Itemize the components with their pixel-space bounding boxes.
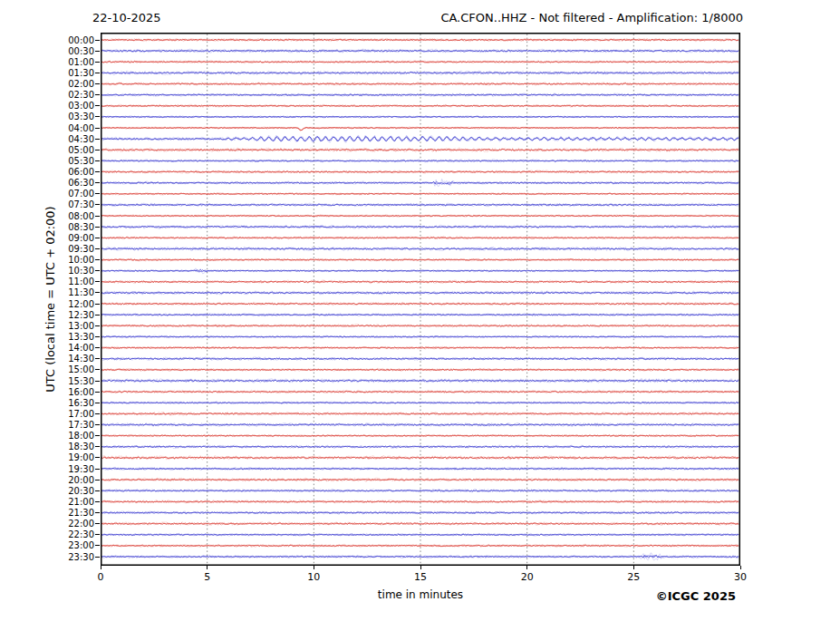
y-axis-tick [95, 315, 100, 316]
y-axis-tick [95, 116, 100, 117]
y-axis-tick [95, 193, 100, 194]
y-axis-label: 17:30 [0, 420, 94, 430]
y-axis-label: 10:00 [0, 255, 94, 265]
y-axis-tick [95, 238, 100, 238]
y-axis-label: 02:00 [0, 79, 94, 89]
trace-canvas [101, 33, 740, 566]
copyright: ©ICGC 2025 [656, 589, 736, 603]
y-axis-tick [95, 40, 100, 41]
x-axis-tick [420, 566, 421, 569]
trace-path [101, 128, 739, 131]
y-axis-label: 18:00 [0, 431, 94, 441]
y-axis-tick [95, 392, 100, 393]
y-axis-label: 22:00 [0, 519, 94, 529]
x-axis-tick-label: 30 [722, 571, 758, 583]
y-axis-tick [95, 403, 100, 403]
date-title: 22-10-2025 [92, 11, 161, 24]
x-axis-tick-label: 20 [509, 571, 546, 583]
trace-row [101, 280, 739, 284]
y-axis-tick [95, 281, 100, 282]
x-axis-tick-label: 5 [189, 571, 226, 583]
y-axis-label: 21:00 [0, 497, 94, 507]
y-axis-tick [95, 347, 100, 348]
trace-row [101, 148, 739, 152]
trace-row [101, 412, 739, 415]
y-axis-tick [95, 469, 100, 470]
x-axis-tick-label: 0 [82, 571, 119, 583]
x-axis-tick-label: 15 [402, 571, 439, 583]
y-axis-label: 17:00 [0, 409, 94, 419]
y-axis-label: 12:00 [0, 299, 94, 309]
y-axis-label: 10:30 [0, 266, 94, 276]
y-axis-label: 15:30 [0, 376, 94, 386]
trace-row [101, 170, 739, 174]
trace-row [101, 302, 739, 306]
y-axis-label: 18:30 [0, 442, 94, 451]
y-axis-label: 12:30 [0, 310, 94, 320]
y-axis-tick [95, 227, 100, 228]
y-axis-label: 03:00 [0, 101, 94, 111]
y-axis-label: 20:00 [0, 475, 94, 485]
trace-row [101, 61, 739, 63]
trace-row [101, 49, 739, 53]
y-axis-label: 03:30 [0, 112, 94, 121]
y-axis-label: 20:30 [0, 486, 94, 496]
y-axis-label: 13:00 [0, 321, 94, 331]
trace-row [101, 390, 739, 393]
y-axis-tick [95, 105, 100, 106]
y-axis-tick [95, 545, 100, 546]
y-axis-tick [95, 435, 100, 436]
y-axis-tick [95, 160, 100, 161]
y-axis-tick [95, 248, 100, 249]
trace-row [101, 402, 739, 404]
y-axis-label: 11:30 [0, 287, 94, 297]
x-axis-tick [101, 566, 101, 569]
y-axis-tick [95, 83, 100, 84]
y-axis-tick [95, 381, 100, 382]
y-axis-tick [95, 292, 100, 293]
y-axis-label: 16:30 [0, 398, 94, 408]
y-axis-label: 08:00 [0, 211, 94, 221]
x-axis-tick [526, 566, 527, 569]
y-axis-tick [95, 62, 100, 63]
x-axis-tick [740, 566, 741, 569]
y-axis-label: 14:00 [0, 343, 94, 353]
y-axis-label: 05:00 [0, 145, 94, 155]
y-axis-label: 04:30 [0, 134, 94, 144]
y-axis-tick [95, 150, 100, 150]
y-axis-tick [95, 204, 100, 205]
y-axis-label: 15:00 [0, 364, 94, 374]
y-axis-label: 01:30 [0, 68, 94, 78]
y-axis-label: 00:30 [0, 46, 94, 56]
trace-row [101, 160, 739, 162]
y-axis-tick [95, 457, 100, 458]
y-axis-tick [95, 534, 100, 535]
x-axis-tick [314, 566, 314, 569]
y-axis-tick [95, 94, 100, 95]
y-axis-tick [95, 259, 100, 260]
trace-row [101, 379, 739, 383]
trace-row [101, 533, 739, 536]
y-axis-tick [95, 128, 100, 129]
trace-row [101, 456, 739, 461]
y-axis-label: 23:00 [0, 540, 94, 550]
y-axis-tick [95, 413, 100, 414]
x-axis-tick [633, 566, 634, 569]
y-axis-tick [95, 336, 100, 337]
y-axis-tick [95, 523, 100, 524]
y-axis-tick [95, 325, 100, 326]
y-axis-tick [95, 369, 100, 370]
y-axis-tick [95, 216, 100, 217]
y-axis-tick [95, 480, 100, 481]
y-axis-label: 00:00 [0, 35, 94, 45]
y-axis-label: 07:00 [0, 189, 94, 199]
y-axis-tick [95, 490, 100, 491]
y-axis-label: 13:30 [0, 332, 94, 342]
trace-row [101, 135, 739, 142]
y-axis-label: 07:30 [0, 199, 94, 209]
y-axis-tick [95, 512, 100, 513]
y-axis-label: 08:30 [0, 222, 94, 232]
y-axis-label: 21:30 [0, 508, 94, 518]
y-axis-label: 11:00 [0, 277, 94, 286]
y-axis-tick [95, 182, 100, 183]
